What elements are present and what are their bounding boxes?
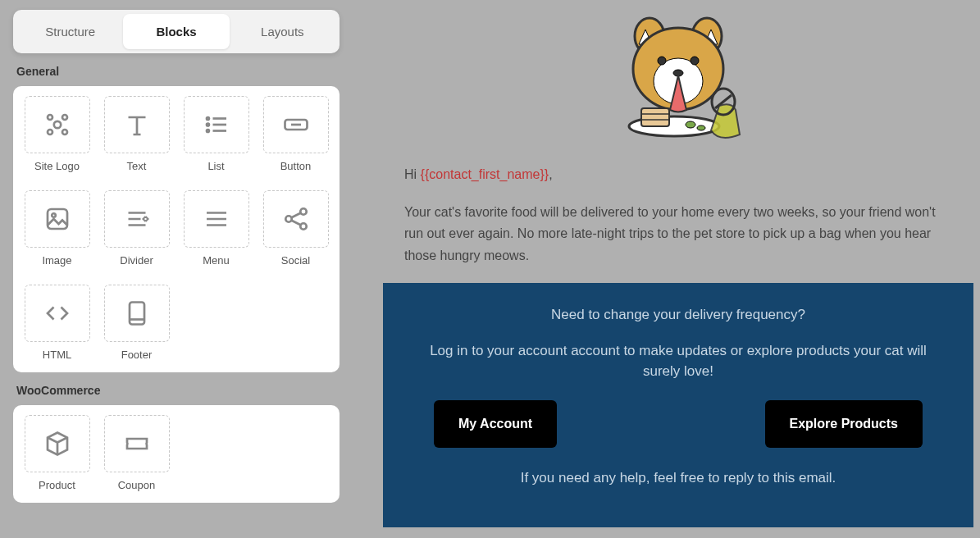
button-icon [281, 110, 311, 139]
svg-point-20 [691, 57, 699, 65]
explore-products-button[interactable]: Explore Products [765, 400, 923, 448]
tab-layouts[interactable]: Layouts [230, 14, 335, 49]
svg-rect-0 [48, 115, 52, 120]
greeting-variable: {{contact_first_name}} [421, 167, 549, 181]
divider-icon [122, 204, 152, 234]
svg-point-19 [658, 57, 666, 65]
svg-point-25 [697, 125, 705, 130]
block-site-logo[interactable] [25, 96, 90, 153]
hero-image [404, 11, 952, 151]
section-general-title: General [16, 65, 340, 78]
html-icon [43, 299, 72, 328]
block-footer[interactable] [104, 285, 170, 342]
list-icon [202, 110, 231, 139]
block-label: Divider [103, 254, 171, 267]
svg-point-7 [207, 130, 209, 132]
my-account-button[interactable]: My Account [434, 400, 557, 448]
social-icon [281, 204, 311, 234]
help-text: If you need any help, feel free to reply… [417, 467, 939, 489]
block-image[interactable] [25, 190, 90, 248]
blocks-sidebar: Structure Blocks Layouts General Site Lo… [13, 10, 340, 503]
product-icon [43, 429, 72, 458]
block-html[interactable] [25, 285, 90, 342]
block-list[interactable] [184, 96, 249, 153]
block-label: Button [262, 160, 330, 172]
text-icon [122, 110, 152, 139]
email-preview: Hi {{contact_first_name}}, Your cat's fa… [383, 0, 973, 538]
svg-point-5 [207, 117, 209, 120]
svg-rect-9 [48, 209, 67, 229]
svg-point-21 [673, 70, 683, 76]
greeting: Hi {{contact_first_name}}, [404, 167, 952, 182]
tab-blocks[interactable]: Blocks [123, 14, 229, 49]
footer-icon [122, 299, 152, 328]
section-woo-title: WooCommerce [16, 384, 340, 397]
band-question: Need to change your delivery frequency? [417, 304, 939, 326]
block-product[interactable] [25, 415, 90, 472]
block-button[interactable] [263, 96, 329, 153]
block-label: Coupon [103, 479, 171, 491]
tab-bar: Structure Blocks Layouts [13, 10, 340, 53]
block-label: Text [103, 160, 171, 172]
menu-icon [202, 204, 231, 234]
body-text: Your cat's favorite food will be deliver… [404, 202, 952, 267]
woo-panel: Product Coupon [13, 405, 340, 503]
block-label: Footer [103, 349, 171, 361]
block-social[interactable] [263, 190, 329, 248]
block-label: Site Logo [23, 160, 91, 172]
block-label: Product [23, 479, 91, 491]
svg-rect-14 [130, 303, 144, 325]
block-label: HTML [23, 349, 91, 361]
svg-point-24 [686, 121, 695, 128]
image-icon [43, 204, 72, 234]
coupon-icon [122, 429, 152, 458]
svg-rect-3 [62, 130, 67, 134]
svg-point-6 [207, 124, 209, 126]
cta-band: Need to change your delivery frequency? … [383, 283, 973, 527]
svg-rect-23 [641, 108, 669, 126]
svg-rect-2 [48, 130, 52, 134]
svg-point-10 [52, 213, 56, 217]
block-label: List [182, 160, 250, 172]
block-label: Image [23, 254, 91, 267]
tab-structure[interactable]: Structure [17, 14, 123, 49]
svg-point-4 [53, 121, 60, 128]
block-divider[interactable] [104, 190, 170, 248]
greeting-suffix: , [549, 167, 552, 181]
block-menu[interactable] [184, 190, 249, 248]
block-text[interactable] [104, 96, 170, 153]
svg-rect-1 [62, 115, 67, 120]
block-coupon[interactable] [104, 415, 170, 472]
greeting-prefix: Hi [404, 167, 421, 181]
block-label: Menu [182, 254, 250, 267]
band-paragraph: Log in to your account account to make u… [417, 340, 939, 382]
block-label: Social [262, 254, 330, 267]
general-panel: Site Logo Text List Button [13, 86, 340, 372]
site-logo-icon [43, 110, 72, 139]
